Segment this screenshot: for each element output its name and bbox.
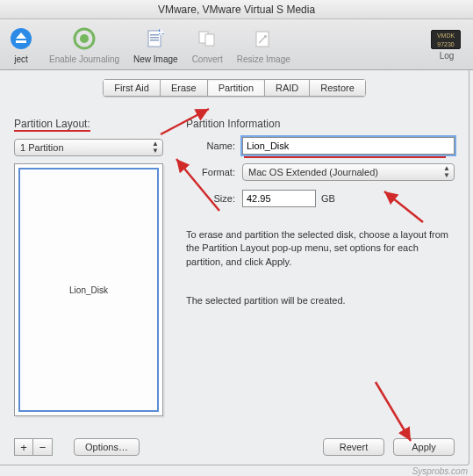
svg-rect-11 [205, 34, 214, 46]
partition-name-input[interactable] [242, 137, 455, 155]
revert-button[interactable]: Revert [323, 438, 384, 456]
tab-raid[interactable]: RAID [264, 79, 309, 97]
bottom-controls: + − Options… Revert Apply [14, 438, 455, 456]
size-input[interactable] [242, 190, 316, 207]
tab-bar: First Aid Erase Partition RAID Restore [103, 79, 366, 97]
toolbar-journal-label: Enable Journaling [49, 54, 119, 64]
partition-cell-label: Lion_Disk [69, 285, 108, 295]
tab-restore[interactable]: Restore [309, 79, 366, 97]
partition-info-label: Partition Information [186, 118, 455, 130]
window-title: VMware, VMware Virtual S Media [0, 0, 473, 19]
resize-icon [249, 25, 277, 53]
partition-cell[interactable]: Lion_Disk [18, 168, 159, 412]
options-button[interactable]: Options… [74, 438, 140, 456]
chevron-updown-icon: ▲▼ [443, 165, 450, 179]
name-label: Name: [186, 141, 235, 151]
toolbar-resize-label: Resize Image [237, 54, 290, 64]
toolbar-eject[interactable]: ject [7, 25, 35, 64]
tab-partition[interactable]: Partition [207, 79, 264, 97]
svg-rect-6 [150, 37, 159, 39]
new-image-icon [141, 25, 169, 53]
svg-rect-7 [150, 40, 159, 41]
toolbar: ject Enable Journaling New Image Convert… [0, 19, 473, 70]
remove-partition-button[interactable]: − [33, 438, 53, 456]
log-icon[interactable]: VMDK97230 [431, 30, 461, 49]
svg-point-3 [80, 34, 89, 43]
format-label: Format: [186, 167, 235, 177]
convert-icon [193, 25, 221, 53]
watermark: Sysprobs.com [412, 466, 468, 476]
svg-rect-1 [16, 40, 26, 43]
toolbar-new-image[interactable]: New Image [133, 25, 178, 64]
tab-first-aid[interactable]: First Aid [103, 79, 160, 97]
eject-icon [7, 25, 35, 53]
partition-layout-diagram[interactable]: Lion_Disk [14, 163, 163, 416]
toolbar-convert: Convert [192, 25, 223, 64]
add-partition-button[interactable]: + [14, 438, 33, 456]
partition-layout-value: 1 Partition [20, 142, 64, 153]
info-text: To erase and partition the selected disk… [186, 228, 455, 269]
format-popup[interactable]: Mac OS Extended (Journaled) ▲▼ [242, 163, 455, 181]
size-label: Size: [186, 193, 235, 204]
svg-rect-5 [150, 34, 159, 36]
toolbar-enable-journaling[interactable]: Enable Journaling [49, 25, 119, 64]
toolbar-resize-image: Resize Image [237, 25, 290, 64]
content-panel: First Aid Erase Partition RAID Restore P… [0, 70, 469, 465]
apply-button[interactable]: Apply [393, 438, 455, 456]
journal-icon [70, 25, 98, 53]
toolbar-eject-label: ject [14, 54, 28, 64]
toolbar-log-label: Log [440, 51, 455, 61]
svg-rect-9 [159, 32, 164, 33]
annotation-underline [244, 156, 446, 158]
chevron-updown-icon: ▲▼ [152, 141, 159, 155]
partition-layout-popup[interactable]: 1 Partition ▲▼ [14, 139, 163, 156]
tab-erase[interactable]: Erase [160, 79, 207, 97]
toolbar-convert-label: Convert [192, 54, 223, 64]
info-text-2: The selected partition will be created. [186, 295, 455, 306]
partition-layout-label: Partition Layout: [14, 118, 163, 132]
size-unit: GB [321, 193, 335, 204]
format-value: Mac OS Extended (Journaled) [248, 167, 378, 177]
toolbar-newimage-label: New Image [133, 54, 178, 64]
